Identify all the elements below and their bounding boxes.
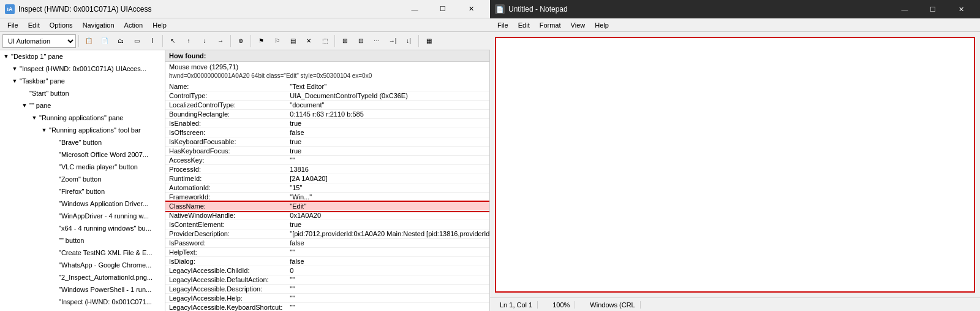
- toolbar-btn-8[interactable]: ↓: [197, 34, 212, 48]
- toolbar-btn-2[interactable]: 📄: [97, 34, 112, 48]
- menu-edit[interactable]: Edit: [23, 18, 45, 31]
- tree-item-10[interactable]: ▶ "Zoom" button: [0, 173, 165, 185]
- tree-item-20[interactable]: ▶ "Inspect (HWND: 0x001C071...: [0, 296, 165, 308]
- toolbar-btn-4[interactable]: ▭: [129, 34, 144, 48]
- menu-help[interactable]: Help: [148, 18, 172, 31]
- notepad-close-button[interactable]: ✕: [947, 0, 975, 18]
- notepad-editor[interactable]: [496, 38, 974, 291]
- toolbar-btn-14[interactable]: ✕: [301, 34, 316, 48]
- close-button[interactable]: ✕: [457, 0, 485, 18]
- props-row-5[interactable]: IsOffscreen:false: [165, 128, 490, 137]
- toolbar-btn-16[interactable]: ⊞: [337, 34, 352, 48]
- minimize-button[interactable]: —: [401, 0, 429, 18]
- notepad-maximize-button[interactable]: ☐: [919, 0, 947, 18]
- props-row-12[interactable]: FrameworkId:"Win...": [165, 193, 490, 202]
- props-row-14[interactable]: NativeWindowHandle:0x1A0A20: [165, 211, 490, 220]
- inspect-window: iA Inspect (HWND: 0x001C071A) UIAccess —…: [0, 0, 490, 311]
- props-row-21[interactable]: LegacyIAccessible.DefaultAction:"": [165, 275, 490, 285]
- props-row-24[interactable]: LegacyIAccessible.KeyboardShortcut:"": [165, 303, 490, 312]
- tree-item-2[interactable]: ▼ "Taskbar" pane: [0, 75, 165, 87]
- tree-item-3[interactable]: ▶ "Start" button: [0, 87, 165, 99]
- notepad-menu-file[interactable]: File: [492, 18, 513, 31]
- tree-item-9[interactable]: ▶ "VLC media player" button: [0, 161, 165, 173]
- props-row-10[interactable]: RuntimeId:[2A 1A0A20]: [165, 174, 490, 183]
- toolbar-btn-11[interactable]: ⚑: [254, 34, 268, 48]
- props-row-1[interactable]: ControlType:UIA_DocumentControlTypeId (0…: [165, 91, 490, 101]
- tree-item-5[interactable]: ▼ "Running applications" pane: [0, 112, 165, 124]
- menu-navigation[interactable]: Navigation: [78, 18, 119, 31]
- props-row-16[interactable]: ProviderDescription:"[pid:7012,providerI…: [165, 229, 490, 239]
- menu-options[interactable]: Options: [45, 18, 78, 31]
- tree-item-15[interactable]: ▶ "" button: [0, 234, 165, 247]
- props-row-13[interactable]: ClassName:"Edit": [165, 202, 490, 211]
- tree-item-16[interactable]: ▶ "Create TestNG XML File & E...: [0, 247, 165, 259]
- props-row-11[interactable]: AutomationId:"15": [165, 183, 490, 193]
- expand-icon-4[interactable]: ▼: [20, 101, 29, 110]
- props-row-15[interactable]: IsContentElement:true: [165, 220, 490, 229]
- toolbar-btn-3[interactable]: 🗂: [113, 34, 128, 48]
- inspect-title-bar: iA Inspect (HWND: 0x001C071A) UIAccess —…: [0, 0, 490, 18]
- props-row-17[interactable]: IsPassword:false: [165, 239, 490, 248]
- toolbar-btn-20[interactable]: ↓|: [401, 34, 416, 48]
- tree-item-12[interactable]: ▶ "Windows Application Driver...: [0, 198, 165, 210]
- props-row-0[interactable]: Name:"Text Editor": [165, 82, 490, 91]
- toolbar-btn-10[interactable]: ⊕: [233, 34, 248, 48]
- tree-item-0[interactable]: ▼ "Desktop 1" pane: [0, 50, 165, 63]
- toolbar-btn-9[interactable]: →: [213, 34, 228, 48]
- expand-icon-5[interactable]: ▼: [29, 113, 39, 123]
- toolbar-btn-15[interactable]: ⬚: [317, 34, 332, 48]
- props-row-22[interactable]: LegacyIAccessible.Description:"": [165, 285, 490, 294]
- props-row-23[interactable]: LegacyIAccessible.Help:"": [165, 294, 490, 303]
- toolbar-btn-1[interactable]: 📋: [81, 34, 96, 48]
- tree-item-14[interactable]: ▶ "x64 - 4 running windows" bu...: [0, 222, 165, 234]
- props-value-21: "": [286, 275, 490, 285]
- tree-item-6[interactable]: ▼ "Running applications" tool bar: [0, 124, 165, 136]
- notepad-menu-view[interactable]: View: [566, 18, 590, 31]
- tree-item-7[interactable]: ▶ "Brave" button: [0, 136, 165, 148]
- props-row-9[interactable]: ProcessId:13816: [165, 165, 490, 174]
- expand-icon-2[interactable]: ▼: [10, 76, 20, 86]
- props-row-20[interactable]: LegacyIAccessible.ChildId:0: [165, 266, 490, 275]
- toolbar-btn-12[interactable]: ⚐: [270, 34, 284, 48]
- toolbar-btn-18[interactable]: ⋯: [369, 34, 384, 48]
- notepad-menu-edit[interactable]: Edit: [513, 18, 535, 31]
- tree-item-11[interactable]: ▶ "Firefox" button: [0, 185, 165, 198]
- props-row-7[interactable]: HasKeyboardFocus:true: [165, 147, 490, 156]
- tree-item-13[interactable]: ▶ "WinAppDriver - 4 running w...: [0, 210, 165, 222]
- menu-action[interactable]: Action: [119, 18, 148, 31]
- notepad-menu-help[interactable]: Help: [590, 18, 614, 31]
- tree-item-8[interactable]: ▶ "Microsoft Office Word 2007...: [0, 148, 165, 161]
- notepad-window-controls: — ☐ ✕: [891, 0, 975, 18]
- props-row-3[interactable]: BoundingRectangle:0:1145 r:63 r:2110 b:5…: [165, 110, 490, 119]
- toolbar-btn-13[interactable]: ▤: [285, 34, 300, 48]
- maximize-button[interactable]: ☐: [429, 0, 457, 18]
- notepad-minimize-button[interactable]: —: [891, 0, 919, 18]
- scope-dropdown[interactable]: UI Automation: [2, 34, 76, 48]
- expand-icon-13: ▶: [49, 211, 59, 221]
- toolbar-btn-21[interactable]: ▦: [421, 34, 436, 48]
- tree-item-17[interactable]: ▶ "WhatsApp - Google Chrome...: [0, 259, 165, 271]
- tree-item-21[interactable]: ▶ "" button: [0, 308, 165, 311]
- props-key-22: LegacyIAccessible.Description:: [165, 285, 286, 294]
- toolbar-btn-19[interactable]: →|: [385, 34, 400, 48]
- tree-item-1[interactable]: ▼ "Inspect (HWND: 0x001C071A) UIAcces...: [0, 63, 165, 75]
- tree-item-4[interactable]: ▼ "" pane: [0, 99, 165, 112]
- props-row-8[interactable]: AccessKey:"": [165, 156, 490, 165]
- tree-item-19[interactable]: ▶ "Windows PowerShell - 1 run...: [0, 283, 165, 296]
- props-row-2[interactable]: LocalizedControlType:"document": [165, 101, 490, 110]
- tree-item-18[interactable]: ▶ "2_Inspect_AutomationId.png...: [0, 271, 165, 283]
- menu-file[interactable]: File: [2, 18, 23, 31]
- toolbar-btn-6[interactable]: ↖: [165, 34, 180, 48]
- expand-icon-0[interactable]: ▼: [1, 52, 11, 61]
- props-row-18[interactable]: HelpText:"": [165, 248, 490, 257]
- props-row-19[interactable]: IsDialog:false: [165, 257, 490, 266]
- props-row-4[interactable]: IsEnabled:true: [165, 119, 490, 128]
- props-key-0: Name:: [165, 82, 286, 91]
- expand-icon-1[interactable]: ▼: [10, 64, 20, 74]
- toolbar-btn-7[interactable]: ↑: [181, 34, 196, 48]
- props-row-6[interactable]: IsKeyboardFocusable:true: [165, 137, 490, 147]
- notepad-menu-format[interactable]: Format: [535, 18, 566, 31]
- expand-icon-6[interactable]: ▼: [39, 125, 49, 135]
- toolbar-btn-17[interactable]: ⊟: [353, 34, 368, 48]
- toolbar-btn-5[interactable]: I: [145, 34, 160, 48]
